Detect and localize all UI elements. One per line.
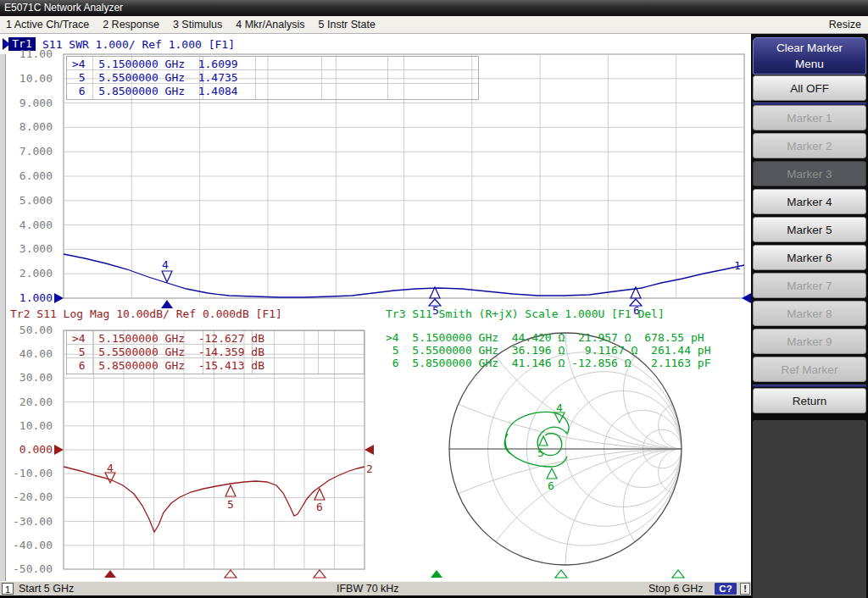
tr1-ytick: 9.000: [2, 97, 53, 109]
tr1-ytick: 8.000: [2, 120, 53, 133]
menu-instr-state[interactable]: 5 Instr State: [319, 19, 376, 30]
tr2-ytick: -50.00: [2, 562, 53, 575]
tr2-ytick: 40.00: [2, 347, 53, 360]
tr1-ytick: 2.000: [2, 267, 53, 280]
tr2-marker6-digit: 6: [316, 501, 323, 513]
tr3-marker4-digit: 4: [556, 401, 563, 414]
tr2-ytick: 50.00: [2, 324, 53, 336]
softkey-marker-1: Marker 1: [753, 105, 866, 130]
menu-response[interactable]: 2 Response: [103, 19, 159, 30]
tr1-ytick: 6.000: [2, 169, 53, 182]
tr3-marker-row: 6 5.8500000 GHz 41.146 Ω -12.856 Ω 2.116…: [386, 357, 711, 369]
softkey-marker-8: Marker 8: [753, 301, 866, 326]
tr1-header: S11 SWR 1.000/ Ref 1.000 [F1]: [42, 38, 235, 51]
title-bar[interactable]: E5071C Network Analyzer: [0, 0, 868, 16]
menu-mkr-analysis[interactable]: 4 Mkr/Analysis: [236, 19, 304, 30]
app-window: E5071C Network Analyzer 1 Active Ch/Trac…: [0, 0, 868, 598]
softkey-marker-4[interactable]: Marker 4: [753, 189, 866, 214]
tr1-ytick: 7.000: [2, 145, 53, 158]
ifbw-label[interactable]: IFBW 70 kHz: [337, 583, 399, 595]
softkey-separator: [753, 385, 866, 387]
tr3-marker5-digit: 5: [537, 446, 544, 459]
tr1-marker-row: 6 5.8500000 GHz 1.4084: [67, 84, 478, 97]
tr1-ytick: 4.000: [2, 219, 53, 231]
status-bar: 1 Start 5 GHz IFBW 70 kHz Stop 6 GHz C? …: [0, 581, 751, 595]
alert-badge: !: [740, 583, 750, 595]
tr1-marker-row: 5 5.5500000 GHz 1.4735: [67, 70, 478, 84]
tr2-ytick: -10.00: [2, 467, 53, 479]
tr2-marker4-digit: 4: [107, 462, 114, 474]
tr1-marker4-digit: 4: [162, 258, 169, 271]
stop-frequency-label[interactable]: Stop 6 GHz: [648, 583, 704, 595]
tr2-ytick: -30.00: [2, 515, 53, 528]
softkey-marker-5[interactable]: Marker 5: [753, 217, 866, 242]
tr3-header: Tr3 S11 Smith (R+jX) Scale 1.000U [F1 De…: [386, 307, 665, 320]
softkey-ref-marker: Ref Marker: [753, 357, 866, 382]
tr2-ytick: -40.00: [2, 539, 53, 551]
tr2-trace-number: 2: [366, 462, 373, 475]
tr2-marker5-digit: 5: [227, 498, 234, 511]
tr3-marker-row: >4 5.1500000 GHz 44.420 Ω 21.957 Ω 678.5…: [386, 331, 704, 344]
tr2-ytick: -20.00: [2, 490, 53, 503]
menu-bar: 1 Active Ch/Trace 2 Response 3 Stimulus …: [0, 16, 868, 34]
softkey-marker-3[interactable]: Marker 3: [753, 161, 866, 186]
softkey-marker-7: Marker 7: [753, 273, 866, 298]
tr2-ytick: 30.00: [2, 371, 53, 384]
tr2-ref-level-label: 0.000: [2, 443, 53, 456]
tr1-ytick: 3.000: [2, 242, 53, 255]
start-frequency-label[interactable]: Start 5 GHz: [19, 583, 74, 595]
tr3-marker-row: 5 5.5500000 GHz 36.196 Ω 9.1167 Ω 261.44…: [386, 344, 711, 357]
tr1-trace-number: 1: [734, 259, 741, 272]
tr2-marker-row: 5 5.5500000 GHz -14.359 dB: [67, 345, 364, 358]
softkey-marker-6[interactable]: Marker 6: [753, 245, 866, 270]
tr2-ytick: 10.00: [2, 419, 53, 432]
menu-stimulus[interactable]: 3 Stimulus: [173, 19, 222, 30]
softkey-sidebar: Clear Marker Menu All OFF Marker 1 Marke…: [751, 34, 868, 598]
softkey-all-off[interactable]: All OFF: [753, 75, 866, 101]
menu-resize[interactable]: Resize: [829, 16, 861, 33]
tr3-marker6-digit: 6: [548, 479, 554, 492]
menu-active-ch-trace[interactable]: 1 Active Ch/Trace: [6, 19, 89, 30]
softkey-empty-panel: [753, 420, 866, 598]
tr2-ytick: 20.00: [2, 396, 53, 408]
tr1-ytick: 11.00: [2, 47, 53, 60]
tr1-ref-level-label: 1.000: [2, 291, 53, 304]
calibration-status-badge: C?: [715, 583, 737, 595]
tr2-header: Tr2 S11 Log Mag 10.00dB/ Ref 0.000dB [F1…: [10, 307, 282, 320]
tr1-ytick: 5.000: [2, 194, 53, 207]
softkey-marker-9: Marker 9: [753, 329, 866, 354]
channel-indicator: 1: [2, 583, 14, 595]
softkey-marker-2: Marker 2: [753, 133, 866, 158]
tr1-marker-table: >4 5.1500000 GHz 1.6099 5 5.5500000 GHz …: [66, 56, 479, 100]
tr1-ytick: 10.00: [2, 72, 53, 85]
tr2-marker-row: >4 5.1500000 GHz -12.627 dB: [67, 331, 364, 345]
tr2-marker-table: >4 5.1500000 GHz -12.627 dB 5 5.5500000 …: [66, 330, 364, 374]
tr1-marker-row: >4 5.1500000 GHz 1.6099: [67, 57, 478, 70]
softkey-return[interactable]: Return: [753, 388, 866, 413]
softkey-menu-title: Clear Marker Menu: [753, 37, 866, 75]
tr2-marker-row: 6 5.8500000 GHz -15.413 dB: [67, 358, 364, 372]
window-title: E5071C Network Analyzer: [4, 2, 123, 14]
